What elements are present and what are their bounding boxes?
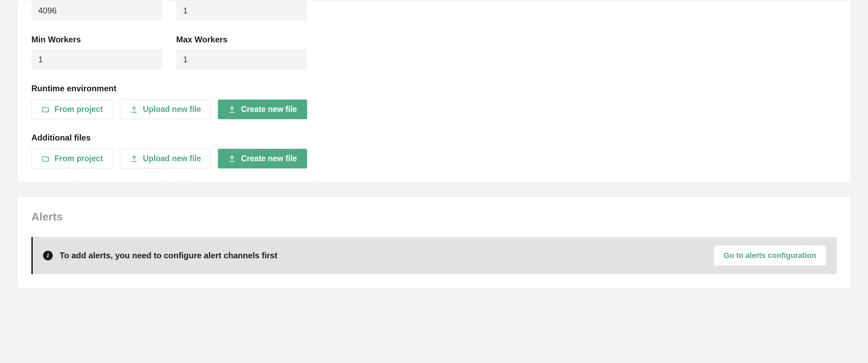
upload-icon [130,105,138,114]
go-to-alerts-config-button[interactable]: Go to alerts configuration [714,245,826,266]
upload-icon [130,155,138,163]
info-icon: i [43,251,53,260]
max-workers-label: Max Workers [176,35,307,44]
field-max-workers: Max Workers 1 [176,35,307,70]
worker-vcores-input[interactable]: 1 [176,0,307,21]
min-workers-input[interactable]: 1 [31,49,162,70]
button-label: From project [54,154,103,163]
additional-files-buttons: From project Upload new file Create new … [31,149,837,168]
upload-icon [228,155,236,163]
runtime-from-project-button[interactable]: From project [31,100,113,119]
form-row-workers: Min Workers 1 Max Workers 1 [31,35,837,70]
alert-banner: i To add alerts, you need to configure a… [31,237,837,274]
folder-icon [41,155,50,163]
button-label: Create new file [241,154,297,163]
field-worker-vcores: 1 [176,0,307,21]
min-workers-label: Min Workers [31,35,162,44]
folder-icon [41,105,50,114]
field-worker-memory: 4096 [31,0,162,21]
upload-icon [228,105,236,114]
runtime-upload-button[interactable]: Upload new file [120,100,211,119]
runtime-create-button[interactable]: Create new file [218,100,307,119]
max-workers-input[interactable]: 1 [176,49,307,70]
alert-message: To add alerts, you need to configure ale… [60,251,277,260]
form-row-memory-cores: 4096 1 [31,0,837,21]
button-label: Upload new file [143,105,201,114]
alerts-card: Alerts i To add alerts, you need to conf… [17,196,851,288]
alerts-heading: Alerts [31,210,837,223]
config-card: 4096 1 Min Workers 1 Max Workers 1 Runti… [17,0,851,183]
worker-memory-input[interactable]: 4096 [31,0,162,21]
alert-left: i To add alerts, you need to configure a… [43,251,277,260]
additional-files-label: Additional files [31,133,837,143]
additional-from-project-button[interactable]: From project [31,149,113,168]
field-min-workers: Min Workers 1 [31,35,162,70]
button-label: Create new file [241,105,297,114]
button-label: From project [54,105,103,114]
additional-create-button[interactable]: Create new file [218,149,307,168]
runtime-env-label: Runtime environment [31,84,837,93]
runtime-env-buttons: From project Upload new file Create new … [31,100,837,119]
button-label: Upload new file [143,154,201,163]
additional-upload-button[interactable]: Upload new file [120,149,211,168]
